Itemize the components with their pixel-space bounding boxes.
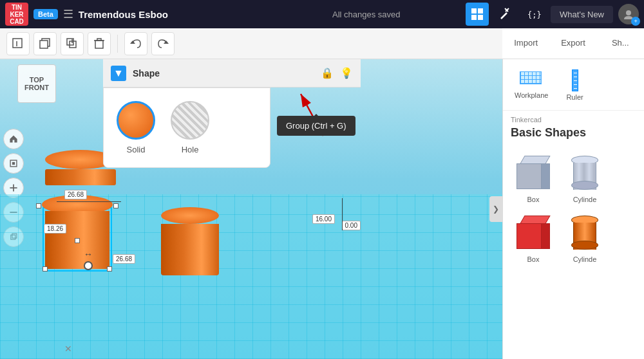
whats-new-button[interactable]: What's New [551,6,613,23]
workplane-label: Workplane [515,91,548,99]
ruler-label: Ruler [566,93,583,101]
ruler-button[interactable]: Ruler [560,66,589,105]
handle-br[interactable] [107,266,112,272]
right-panel-icons: Workplane Ruler [503,66,644,111]
delete-button[interactable] [88,32,111,55]
cyl2-top [161,207,219,224]
svg-rect-12 [40,41,48,48]
measure-depth: 18.26 [44,224,66,234]
shapes-row-1: Box Cylinde [503,147,644,207]
new-shape-button[interactable] [6,32,30,55]
handle-mr[interactable] [113,203,118,208]
collapse-panel-button[interactable]: ❯ [489,196,502,222]
right-panel-tabs: Import Export Sh... [502,28,644,59]
box-front-face [516,163,542,189]
canvas-area[interactable]: TOP FRONT ▼ Shape 🔒 [0,59,502,359]
cyl-orange-image [562,211,607,253]
hole-shape-circle[interactable] [171,101,209,140]
view-cube-top-label: TOP [30,76,44,84]
box-red-image [511,211,556,253]
cyl-bottom-face [571,181,598,190]
topbar: TINKERCAD Beta ☰ Tremendous Esboo All ch… [0,0,644,28]
shape-cylinder-orange[interactable]: Cylinde [562,211,607,263]
shape-dropdown-arrow[interactable]: ▼ [111,66,126,81]
cylinder-label: Cylinde [573,196,597,203]
solid-shape-circle[interactable] [117,101,155,140]
undo-button[interactable] [124,32,147,55]
view-cube-box[interactable]: TOP FRONT [17,64,56,103]
box-3d-red [516,216,550,249]
box-3d-gray [516,156,550,189]
hole-shape-option[interactable]: Hole [171,101,209,154]
handle-bl[interactable] [43,266,48,272]
svg-marker-20 [164,41,169,44]
measure-zero: 0.00 [342,221,361,230]
lock-icon[interactable]: 🔒 [321,67,334,79]
cyl-3d-orange [569,214,600,250]
measure-width: 26.68 [64,190,87,199]
pickaxe-button[interactable] [494,3,517,26]
export-tab[interactable]: Export [549,28,596,59]
shape-cylinder-gray[interactable]: Cylinde [562,151,607,203]
svg-rect-14 [70,41,76,48]
box-label: Box [527,196,540,203]
handle-ml[interactable] [36,203,41,208]
handle-tc[interactable] [75,238,80,243]
box-right-face [541,163,550,189]
workplane-grid [520,71,542,84]
menu-icon[interactable]: ☰ [63,7,73,21]
box-gray-image [511,151,556,193]
cyl-3d-gray [569,154,600,190]
svg-text:{;}: {;} [527,10,541,19]
box-red-front-face [516,223,542,249]
svg-rect-37 [12,162,15,165]
view-cube-front-label: FRONT [24,84,49,91]
main-area: TOP FRONT ▼ Shape 🔒 [0,59,644,359]
solid-label: Solid [127,145,146,154]
right-panel: Workplane Ruler Tinkercad Basic Shapes [502,59,644,359]
import-tab[interactable]: Import [502,28,549,59]
svg-rect-1 [478,8,483,14]
user-avatar[interactable]: + [618,4,639,24]
box-red-label: Box [527,255,540,263]
right-panel-category: Tinkercad [503,111,644,126]
duplicate-button[interactable] [61,32,84,55]
svg-rect-18 [97,39,101,41]
view-cube[interactable]: TOP FRONT [14,64,59,116]
workplane-button[interactable]: Workplane [508,68,554,103]
grid-view-button[interactable] [466,3,489,26]
project-name[interactable]: Tremendous Esboo [79,9,267,20]
save-status: All changes saved [272,10,460,19]
home-button[interactable] [3,129,24,149]
shape-box-gray[interactable]: Box [511,151,556,203]
svg-point-8 [626,10,631,15]
copy-button[interactable] [33,32,57,55]
cyl-gray-image [562,151,607,193]
solid-shape-option[interactable]: Solid [117,101,155,154]
measure-line-v1 [342,198,343,230]
shape-box-red[interactable]: Box [511,211,556,263]
logo[interactable]: TINKERCAD [5,3,28,26]
cylinder-orange-label: Cylinde [573,255,597,263]
right-panel-title: Basic Shapes [503,126,644,147]
shape-panel: Solid Hole [103,87,270,168]
measure-line-h1 [57,201,121,202]
cyl2-body [161,224,219,275]
cylinder-second[interactable] [161,207,219,275]
light-icon-shape[interactable]: 💡 [340,67,353,79]
svg-rect-2 [471,15,477,20]
svg-rect-9 [13,39,22,48]
code-editor-button[interactable]: {;} [522,3,545,26]
redo-button[interactable] [151,32,175,55]
fit-view-button[interactable] [3,153,24,174]
share-tab[interactable]: Sh... [597,28,644,59]
rotation-handle[interactable] [84,261,93,270]
beta-badge: Beta [33,9,58,19]
svg-marker-19 [130,41,135,44]
close-button[interactable]: ✕ [64,344,72,354]
workplane-icon [520,71,543,89]
shape-dropdown: ▼ Shape 🔒 💡 [103,59,361,87]
svg-rect-3 [478,15,483,20]
svg-line-4 [501,13,507,19]
cyl-orange-bottom-face [571,241,598,250]
